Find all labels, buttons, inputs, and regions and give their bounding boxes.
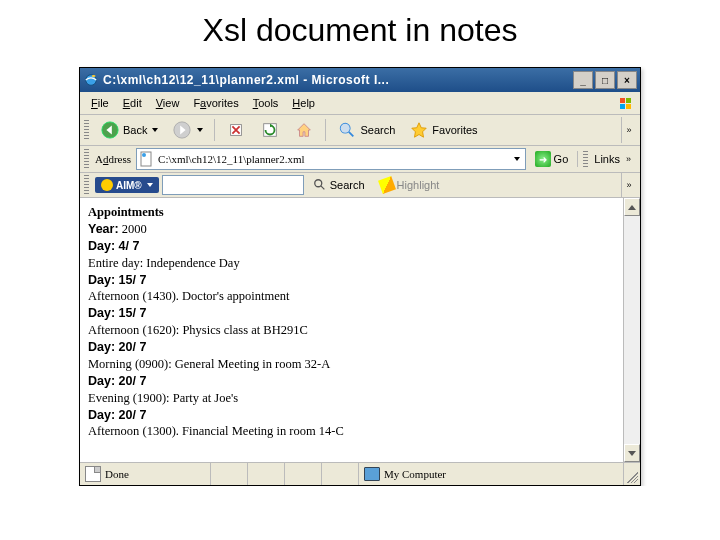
windows-logo-icon: [614, 94, 636, 112]
entry-line: Entire day: Independence Day: [88, 255, 615, 272]
links-section[interactable]: Links »: [577, 151, 636, 167]
content-area: Appointments Year: 2000 Day: 4/ 7Entire …: [80, 198, 640, 462]
aim-overflow[interactable]: »: [621, 172, 636, 198]
minimize-button[interactable]: _: [573, 71, 593, 89]
search-label: Search: [360, 124, 395, 136]
forward-button[interactable]: [166, 117, 209, 143]
aim-brand[interactable]: AIM®: [95, 177, 159, 193]
chevron-down-icon: [197, 128, 203, 132]
entry-line: Afternoon (1620): Physics class at BH291…: [88, 322, 615, 339]
slide-title: Xsl document in notes: [0, 12, 720, 49]
entry-line: Afternoon (1430). Doctor's appointment: [88, 288, 615, 305]
toolbar-overflow[interactable]: »: [621, 117, 636, 143]
go-label: Go: [554, 153, 569, 165]
links-overflow[interactable]: »: [626, 154, 631, 164]
menu-tools[interactable]: Tools: [246, 95, 286, 111]
ie-icon: [83, 72, 99, 88]
highlighter-icon: [378, 176, 396, 194]
aim-search-input[interactable]: [162, 175, 304, 195]
separator: [325, 119, 326, 141]
day-label: Day: 20/ 7: [88, 339, 615, 356]
chevron-down-icon: [147, 183, 153, 187]
aim-highlight-label: Highlight: [397, 179, 440, 191]
entry-line: Afternoon (1300). Financial Meeting in r…: [88, 423, 615, 440]
status-zone-pane: My Computer: [359, 463, 624, 485]
refresh-icon: [260, 120, 280, 140]
entry: Day: 20/ 7Evening (1900): Party at Joe's: [88, 373, 615, 407]
separator: [214, 119, 215, 141]
toolbar-grip[interactable]: [84, 149, 89, 169]
links-label: Links: [594, 153, 620, 165]
document-body: Appointments Year: 2000 Day: 4/ 7Entire …: [80, 198, 623, 462]
year-label: Year:: [88, 222, 119, 236]
standard-toolbar: Back Search Favorites »: [80, 115, 640, 146]
titlebar: C:\xml\ch12\12_11\planner2.xml - Microso…: [80, 68, 640, 92]
aim-toolbar: AIM® Search Highlight »: [80, 173, 640, 198]
scroll-up-button[interactable]: [624, 198, 640, 216]
page-icon: [139, 151, 155, 167]
favorites-button[interactable]: Favorites: [403, 117, 483, 143]
close-button[interactable]: ×: [617, 71, 637, 89]
search-icon: [337, 120, 357, 140]
chevron-down-icon[interactable]: [514, 157, 520, 161]
aim-brand-label: AIM®: [116, 180, 142, 191]
aim-search-label: Search: [330, 179, 365, 191]
back-button[interactable]: Back: [94, 117, 164, 143]
status-done-label: Done: [105, 468, 129, 480]
entry: Day: 15/ 7Afternoon (1620): Physics clas…: [88, 305, 615, 339]
svg-point-1: [92, 75, 96, 77]
home-button[interactable]: [288, 117, 320, 143]
address-input[interactable]: [158, 153, 511, 165]
aim-runner-icon: [101, 179, 113, 191]
back-arrow-icon: [100, 120, 120, 140]
vertical-scrollbar[interactable]: [623, 198, 640, 462]
status-pane: [285, 463, 322, 485]
menu-view[interactable]: View: [149, 95, 187, 111]
go-button[interactable]: ➜ Go: [529, 148, 575, 170]
scroll-track[interactable]: [624, 216, 640, 444]
status-done-pane: Done: [80, 463, 211, 485]
toolbar-grip[interactable]: [84, 175, 89, 195]
menu-bar: File Edit View Favorites Tools Help: [80, 92, 640, 115]
year-line: Year: 2000: [88, 221, 615, 238]
address-field-wrap[interactable]: [136, 148, 526, 170]
back-label: Back: [123, 124, 147, 136]
chevron-down-icon: [152, 128, 158, 132]
address-label: Address: [95, 153, 131, 165]
maximize-button[interactable]: □: [595, 71, 615, 89]
stop-button[interactable]: [220, 117, 252, 143]
entry: Day: 20/ 7Afternoon (1300). Financial Me…: [88, 407, 615, 441]
status-zone-label: My Computer: [384, 468, 446, 480]
day-label: Day: 4/ 7: [88, 238, 615, 255]
status-pane: [211, 463, 248, 485]
svg-point-10: [314, 180, 321, 187]
refresh-button[interactable]: [254, 117, 286, 143]
browser-window: C:\xml\ch12\12_11\planner2.xml - Microso…: [79, 67, 641, 486]
home-icon: [294, 120, 314, 140]
chevron-up-icon: [628, 205, 636, 210]
aim-highlight-button[interactable]: Highlight: [374, 176, 446, 194]
svg-point-9: [142, 153, 146, 157]
menu-help[interactable]: Help: [285, 95, 322, 111]
forward-arrow-icon: [172, 120, 192, 140]
day-label: Day: 15/ 7: [88, 305, 615, 322]
entry: Day: 15/ 7Afternoon (1430). Doctor's app…: [88, 272, 615, 306]
scroll-down-button[interactable]: [624, 444, 640, 462]
toolbar-grip[interactable]: [84, 120, 89, 140]
resize-grip[interactable]: [624, 469, 638, 483]
entry: Day: 20/ 7Morning (0900): General Meetin…: [88, 339, 615, 373]
search-button[interactable]: Search: [331, 117, 401, 143]
entry-line: Morning (0900): General Meeting in room …: [88, 356, 615, 373]
menu-edit[interactable]: Edit: [116, 95, 149, 111]
search-icon: [313, 178, 327, 192]
status-pane: [248, 463, 285, 485]
status-pane: [322, 463, 359, 485]
aim-search-button[interactable]: Search: [307, 176, 371, 194]
my-computer-icon: [364, 467, 380, 481]
menu-file[interactable]: File: [84, 95, 116, 111]
go-arrow-icon: ➜: [535, 151, 551, 167]
toolbar-grip[interactable]: [583, 151, 588, 167]
menu-favorites[interactable]: Favorites: [186, 95, 245, 111]
star-icon: [409, 120, 429, 140]
entry-line: Evening (1900): Party at Joe's: [88, 390, 615, 407]
